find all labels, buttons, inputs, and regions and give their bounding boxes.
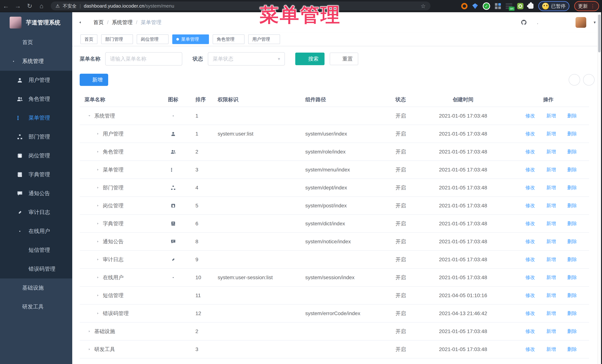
tag-tab-menu[interactable]: 菜单管理: [172, 34, 209, 44]
edit-link[interactable]: 修改: [520, 131, 535, 137]
sidebar-item-system[interactable]: 系统管理: [0, 52, 72, 71]
edit-link[interactable]: 修改: [520, 328, 535, 334]
sidebar-item-post[interactable]: 岗位管理: [0, 146, 72, 165]
tree-caret-right-icon[interactable]: [96, 150, 99, 153]
extension-gem-icon[interactable]: [472, 3, 478, 9]
add-link[interactable]: 新增: [541, 292, 556, 299]
edit-link[interactable]: 修改: [520, 238, 535, 245]
user-avatar[interactable]: [576, 17, 586, 28]
paused-extension-pill[interactable]: 已暂停: [538, 1, 570, 11]
edit-link[interactable]: 修改: [520, 274, 535, 281]
delete-link[interactable]: 删除: [562, 256, 577, 263]
add-button[interactable]: 新增: [80, 74, 108, 86]
close-icon[interactable]: [125, 37, 129, 41]
delete-link[interactable]: 删除: [562, 274, 577, 281]
delete-link[interactable]: 删除: [562, 166, 577, 173]
tree-caret-right-icon[interactable]: [96, 222, 99, 225]
tree-caret-right-icon[interactable]: [96, 132, 99, 135]
add-link[interactable]: 新增: [541, 274, 556, 281]
edit-link[interactable]: 修改: [520, 346, 535, 353]
avatar-caret-icon[interactable]: ▾: [594, 20, 596, 25]
edit-link[interactable]: 修改: [520, 292, 535, 299]
edit-link[interactable]: 修改: [520, 113, 535, 119]
sidebar-item-dept[interactable]: 部门管理: [0, 127, 72, 146]
delete-link[interactable]: 删除: [562, 220, 577, 227]
page-scrollbar[interactable]: [597, 12, 601, 364]
font-size-icon[interactable]: [562, 19, 568, 26]
sidebar-fold-icon[interactable]: [78, 19, 86, 26]
tree-caret-down-icon[interactable]: [88, 114, 91, 117]
sidebar-item-infra[interactable]: 基础设施: [0, 279, 72, 297]
show-search-button[interactable]: [569, 74, 580, 85]
tree-caret-right-icon[interactable]: [96, 168, 99, 171]
delete-link[interactable]: 删除: [562, 328, 577, 334]
edit-link[interactable]: 修改: [520, 184, 535, 191]
tree-caret-right-icon[interactable]: [88, 330, 91, 333]
security-label[interactable]: 不安全: [63, 3, 76, 9]
tree-caret-right-icon[interactable]: [96, 258, 99, 261]
browser-home-icon[interactable]: ⌂: [36, 2, 47, 10]
tree-caret-right-icon[interactable]: [88, 348, 91, 351]
delete-link[interactable]: 删除: [562, 310, 577, 317]
tag-tab-role[interactable]: 角色管理: [213, 34, 245, 44]
edit-link[interactable]: 修改: [520, 166, 535, 173]
menu-name-input[interactable]: [105, 52, 182, 65]
delete-link[interactable]: 删除: [562, 148, 577, 155]
close-icon[interactable]: [201, 37, 205, 41]
browser-forward-icon[interactable]: →: [12, 2, 24, 10]
add-link[interactable]: 新增: [541, 256, 556, 263]
delete-link[interactable]: 删除: [562, 238, 577, 245]
add-link[interactable]: 新增: [541, 346, 556, 353]
add-link[interactable]: 新增: [541, 131, 556, 137]
add-link[interactable]: 新增: [541, 184, 556, 191]
close-icon[interactable]: [161, 37, 164, 41]
sidebar-item-online-user[interactable]: 在线用户: [0, 222, 72, 241]
tag-tab-home[interactable]: 首页: [80, 34, 97, 44]
sidebar-item-role[interactable]: 角色管理: [0, 90, 72, 108]
tree-caret-right-icon[interactable]: [96, 204, 99, 207]
scrollbar-thumb[interactable]: [598, 14, 601, 52]
tree-caret-right-icon[interactable]: [96, 186, 99, 189]
sidebar-item-audit-log[interactable]: 审计日志: [0, 203, 72, 222]
app-logo[interactable]: 芋道管理系统: [0, 12, 72, 33]
breadcrumb-section[interactable]: 系统管理: [112, 19, 133, 26]
address-bar[interactable]: ⚠ 不安全 | dashboard.yudao.iocoder.cn/syste…: [51, 1, 430, 10]
delete-link[interactable]: 删除: [562, 113, 577, 119]
delete-link[interactable]: 删除: [562, 202, 577, 209]
tag-tab-dept[interactable]: 部门管理: [101, 34, 133, 44]
tree-caret-right-icon[interactable]: [96, 240, 99, 243]
close-icon[interactable]: [272, 37, 276, 41]
sidebar-item-home[interactable]: 首页: [0, 33, 72, 52]
sidebar-item-sms[interactable]: 短信管理: [0, 241, 72, 260]
bookmark-star-icon[interactable]: ☆: [421, 3, 426, 9]
sidebar-item-devtool[interactable]: 研发工具: [0, 297, 72, 316]
edit-link[interactable]: 修改: [520, 220, 535, 227]
tag-tab-post[interactable]: 岗位管理: [137, 34, 169, 44]
sidebar-item-menu[interactable]: 菜单管理: [0, 108, 72, 127]
extension-target-icon[interactable]: [461, 3, 468, 9]
edit-link[interactable]: 修改: [520, 202, 535, 209]
reset-button[interactable]: 重置: [330, 52, 358, 65]
sidebar-item-notice[interactable]: 通知公告: [0, 184, 72, 203]
close-icon[interactable]: [237, 37, 240, 41]
add-link[interactable]: 新增: [541, 238, 556, 245]
add-link[interactable]: 新增: [541, 113, 556, 119]
edit-link[interactable]: 修改: [520, 256, 535, 263]
delete-link[interactable]: 删除: [562, 292, 577, 299]
extension-grid-icon[interactable]: [495, 3, 501, 9]
extension-check-icon[interactable]: ✓: [483, 2, 490, 10]
add-link[interactable]: 新增: [541, 202, 556, 209]
breadcrumb-home[interactable]: 首页: [93, 19, 104, 26]
github-icon[interactable]: [521, 19, 527, 26]
search-button[interactable]: 搜索: [295, 52, 324, 65]
refresh-table-button[interactable]: [583, 74, 595, 85]
tag-tab-user[interactable]: 用户管理: [248, 34, 280, 44]
tree-caret-right-icon[interactable]: [96, 276, 99, 279]
add-link[interactable]: 新增: [541, 148, 556, 155]
delete-link[interactable]: 删除: [562, 346, 577, 353]
sidebar-item-dict[interactable]: 字典管理: [0, 165, 72, 184]
status-select[interactable]: 菜单状态 ▾: [208, 52, 285, 65]
tree-caret-right-icon[interactable]: [96, 294, 99, 297]
edit-link[interactable]: 修改: [520, 148, 535, 155]
browser-reload-icon[interactable]: ↻: [24, 2, 36, 10]
